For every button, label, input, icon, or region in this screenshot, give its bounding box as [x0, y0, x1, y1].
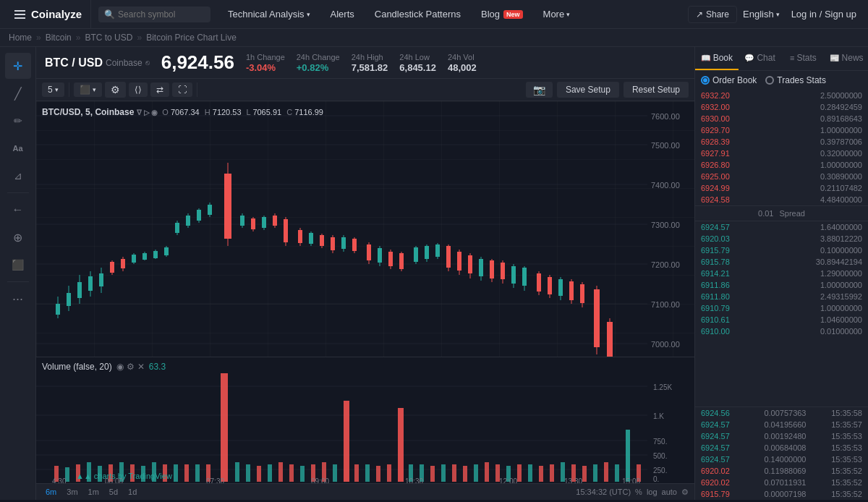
close-vol-icon[interactable]: ✕: [137, 362, 145, 372]
bid-row[interactable]: 6910.00 0.01000000: [695, 326, 868, 337]
svg-rect-157: [278, 462, 283, 482]
back-tool[interactable]: ←: [5, 197, 31, 223]
ask-row[interactable]: 6932.00 0.28492459: [695, 101, 868, 113]
svg-text:▲▲ charts by TradingView: ▲▲ charts by TradingView: [76, 472, 172, 480]
reset-setup-button[interactable]: Reset Setup: [624, 82, 689, 98]
timeframe-1m[interactable]: 1m: [85, 486, 103, 498]
search-input[interactable]: [118, 9, 205, 20]
chart-type-button[interactable]: ⬛ ▾: [74, 82, 102, 97]
more-tools[interactable]: ···: [5, 286, 31, 312]
svg-rect-25: [88, 276, 93, 291]
svg-rect-59: [284, 219, 288, 242]
language-selector[interactable]: English ▾: [743, 9, 780, 20]
svg-text:1.K: 1.K: [653, 412, 664, 420]
login-button[interactable]: Log in / Sign up: [786, 6, 862, 22]
svg-rect-181: [539, 466, 543, 482]
logo[interactable]: Coinalyze: [6, 0, 91, 29]
eye-icon[interactable]: ◉: [116, 362, 124, 372]
svg-text:7100.00: 7100.00: [651, 300, 680, 309]
camera-button[interactable]: 📷: [526, 82, 553, 98]
nav-item-more[interactable]: More ▾: [533, 0, 581, 29]
bid-row[interactable]: 6920.03 3.88012220: [695, 233, 868, 244]
ask-row[interactable]: 6924.58 4.48400000: [695, 194, 868, 205]
pen-tool[interactable]: ✏: [5, 108, 31, 134]
stat-1h-change: 1h Change -3.04%: [246, 53, 285, 73]
timestamp: 15:34:32 (UTC): [576, 488, 631, 496]
price-header: BTC / USD Coinbase ⎋ 6,924.56 1h Change …: [36, 47, 694, 79]
share-button[interactable]: ↗ Share: [688, 6, 737, 23]
line-tool[interactable]: ╱: [5, 80, 31, 106]
ask-size: 1.00000000: [804, 126, 862, 135]
ask-row[interactable]: 6925.00 0.30890000: [695, 171, 868, 182]
stat-24h-high: 24h High 7,581.82: [352, 53, 388, 73]
nav-search-box[interactable]: 🔍: [98, 7, 210, 22]
trade-row: 6920.02 0.11988069 15:35:52: [695, 465, 868, 477]
order-book-radio[interactable]: Order Book: [701, 75, 757, 85]
trade-size: 0.07011931: [757, 478, 807, 487]
compare-button[interactable]: ⇄: [150, 82, 169, 97]
svg-rect-69: [341, 237, 346, 249]
settings-button[interactable]: ⚙: [105, 82, 126, 98]
timeframe-selector[interactable]: 5 ▾: [42, 82, 64, 97]
bid-row[interactable]: 6910.61 1.04600000: [695, 314, 868, 326]
bid-row[interactable]: 6915.79 0.10000000: [695, 244, 868, 256]
ask-price: 6924.58: [701, 195, 744, 204]
ask-row[interactable]: 6928.39 0.39787006: [695, 136, 868, 148]
nav-item-candlestick[interactable]: Candlestick Patterns: [365, 0, 471, 29]
svg-rect-23: [77, 282, 82, 298]
breadcrumb-btc-usd[interactable]: BTC to USD: [85, 33, 132, 43]
bid-row[interactable]: 6911.80 2.49315992: [695, 291, 868, 302]
svg-rect-162: [333, 464, 337, 482]
zoom-tool[interactable]: ⊕: [5, 224, 31, 250]
crosshair-tool[interactable]: ✛: [5, 53, 31, 79]
svg-rect-150: [195, 464, 200, 482]
tab-book[interactable]: 📖 Book: [695, 47, 739, 70]
nav-item-blog[interactable]: Blog New: [471, 0, 533, 29]
text-tool[interactable]: Aa: [5, 135, 31, 161]
news-tab-label: News: [842, 53, 864, 63]
volume-label: Volume (false, 20): [42, 362, 112, 372]
tab-stats[interactable]: ≡ Stats: [782, 47, 825, 70]
ask-row[interactable]: 6927.91 0.32000000: [695, 148, 868, 159]
bid-row[interactable]: 6915.78 30.89442194: [695, 256, 868, 268]
nav-item-technical[interactable]: Technical Analysis ▾: [218, 0, 320, 29]
trade-time: 15:35:57: [825, 420, 862, 429]
svg-rect-148: [174, 464, 178, 482]
settings-bottom-icon[interactable]: ⚙: [681, 488, 689, 497]
ask-row[interactable]: 6930.00 0.89168643: [695, 113, 868, 124]
main-chart[interactable]: BTC/USD, 5, Coinbase ∇ ▷ ◉ O 7067.34 H 7…: [36, 101, 694, 357]
svg-rect-172: [441, 464, 446, 482]
svg-rect-31: [121, 259, 125, 268]
bid-row[interactable]: 6914.21 1.29000000: [695, 268, 868, 279]
ask-row[interactable]: 6926.80 1.00000000: [695, 159, 868, 171]
breadcrumb-home[interactable]: Home: [9, 33, 32, 43]
tab-news[interactable]: 📰 News: [825, 47, 868, 70]
ask-row[interactable]: 6932.20 2.50000000: [695, 90, 868, 101]
fullscreen-button[interactable]: ⛶: [172, 82, 192, 97]
tab-chat[interactable]: 💬 Chat: [739, 47, 782, 70]
nav-item-alerts[interactable]: Alerts: [320, 0, 365, 29]
ask-row[interactable]: 6924.99 0.21107482: [695, 182, 868, 194]
timeframe-5d[interactable]: 5d: [106, 486, 122, 498]
trades-stats-radio[interactable]: Trades Stats: [765, 75, 826, 85]
chat-tab-icon: 💬: [744, 54, 754, 63]
bid-row[interactable]: 6910.79 1.00000000: [695, 302, 868, 314]
ask-row[interactable]: 6929.70 1.00000000: [695, 124, 868, 136]
bid-row[interactable]: 6911.86 1.00000000: [695, 279, 868, 291]
trade-time: 15:35:52: [825, 490, 862, 498]
save-setup-button[interactable]: Save Setup: [557, 82, 619, 98]
timeframe-1d[interactable]: 1d: [124, 486, 140, 498]
measure-tool[interactable]: ⊿: [5, 163, 31, 189]
svg-rect-174: [463, 466, 467, 482]
bar-chart-tool[interactable]: ⬛: [5, 252, 31, 278]
volume-area: Volume (false, 20) ◉ ⚙ ✕ 63.3 1.25K 1.K …: [36, 357, 694, 483]
tool-separator: [7, 192, 29, 193]
timeframe-6m[interactable]: 6m: [42, 486, 60, 498]
timeframe-3m[interactable]: 3m: [63, 486, 81, 498]
bid-row[interactable]: 6924.57 1.64000000: [695, 221, 868, 233]
svg-rect-75: [378, 248, 382, 263]
pair-title: BTC / USD: [45, 56, 103, 69]
settings-vol-icon[interactable]: ⚙: [127, 362, 135, 372]
indicators-button[interactable]: ⟨⟩: [129, 82, 148, 97]
breadcrumb-bitcoin[interactable]: Bitcoin: [46, 33, 72, 43]
